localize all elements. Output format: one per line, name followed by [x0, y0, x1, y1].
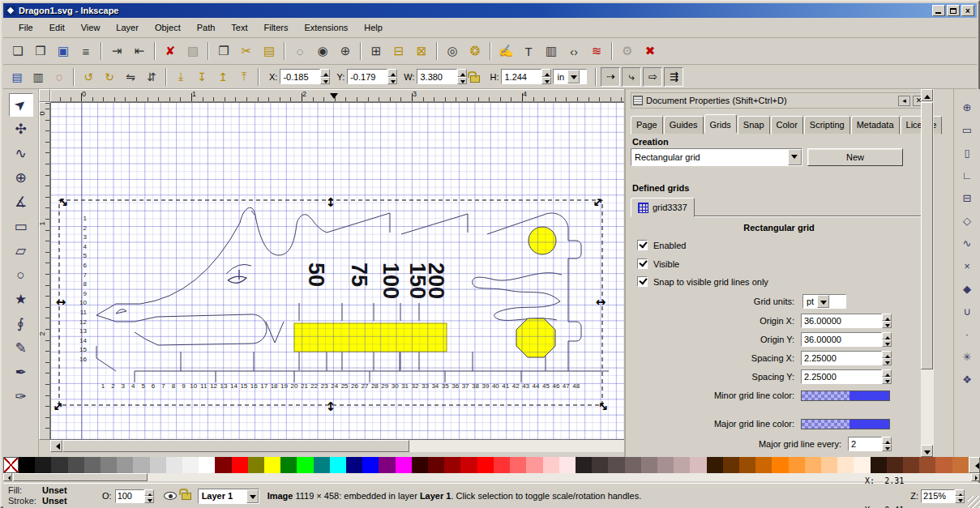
rotate-ccw-icon[interactable]: ↺	[79, 67, 98, 87]
panel-scroll-down[interactable]	[921, 445, 933, 457]
selector-tool[interactable]: ➤	[9, 93, 33, 117]
palette-swatch[interactable]	[805, 457, 821, 473]
palette-swatch[interactable]	[460, 457, 477, 473]
width-input[interactable]	[417, 69, 457, 84]
flip-horizontal-icon[interactable]: ⇋	[121, 67, 140, 87]
page-checker-icon[interactable]: ▨	[182, 41, 203, 62]
pencil-tool[interactable]: ✎	[9, 336, 33, 360]
snap-bbox-midpoint-icon[interactable]: ⊟	[957, 188, 977, 207]
star-tool[interactable]: ★	[9, 288, 33, 311]
palette-scroll-left-button[interactable]	[969, 457, 980, 473]
palette-swatch[interactable]	[494, 457, 510, 473]
palette-swatch[interactable]	[280, 457, 297, 473]
palette-swatch[interactable]	[346, 457, 362, 473]
tab-snap[interactable]: Snap	[738, 116, 770, 134]
snap-midpoint-icon[interactable]: ·	[957, 324, 977, 344]
palette-swatch[interactable]	[412, 457, 428, 473]
zoom-page-icon[interactable]: ⊕	[335, 41, 356, 62]
window-resize-grip[interactable]	[968, 496, 980, 508]
flip-vertical-icon[interactable]: ⇵	[142, 67, 161, 87]
palette-swatch[interactable]	[477, 457, 494, 473]
menu-path[interactable]: Path	[190, 20, 223, 35]
palette-swatch[interactable]	[215, 457, 231, 473]
calligraphy-tool[interactable]: ✑	[9, 385, 33, 408]
layer-visibility-eye-icon[interactable]	[164, 492, 177, 500]
palette-swatch[interactable]	[232, 457, 248, 473]
preferences-icon[interactable]: ⚙	[617, 41, 638, 62]
palette-swatch[interactable]	[592, 457, 608, 473]
tab-color[interactable]: Color	[771, 116, 803, 134]
spacing-y-field[interactable]	[801, 369, 882, 384]
duplicate-icon[interactable]: ⊞	[366, 41, 387, 62]
raise-to-top-icon[interactable]: ⤒	[234, 67, 254, 87]
y-input[interactable]	[347, 69, 387, 84]
palette-swatch[interactable]	[117, 457, 133, 473]
pen-tool[interactable]: ✒	[9, 361, 33, 384]
palette-swatch[interactable]	[707, 457, 723, 473]
palette-swatch[interactable]	[150, 457, 166, 473]
panel-header[interactable]: Document Properties (Shift+Ctrl+D) ◂ ✕	[631, 92, 927, 109]
palette-swatch[interactable]	[19, 457, 35, 473]
tab-guides[interactable]: Guides	[664, 116, 704, 134]
palette-swatch[interactable]	[526, 457, 542, 473]
tab-page[interactable]: Page	[631, 116, 663, 134]
palette-swatch[interactable]	[641, 457, 657, 473]
palette-swatch[interactable]	[428, 457, 444, 473]
palette-scrollbar[interactable]	[3, 473, 980, 481]
paste-icon[interactable]: ▤	[259, 41, 280, 62]
minimize-button[interactable]	[932, 5, 945, 16]
snap-enable-icon[interactable]: ⊕	[957, 97, 977, 117]
no-color-swatch[interactable]	[3, 457, 19, 473]
rotate-cw-icon[interactable]: ↻	[100, 67, 119, 87]
panel-collapse-button[interactable]: ◂	[898, 96, 910, 106]
palette-swatch[interactable]	[314, 457, 330, 473]
export-icon[interactable]: ⇤	[129, 41, 150, 62]
lock-ratio-icon[interactable]	[470, 75, 480, 83]
scroll-left-button[interactable]	[50, 440, 62, 452]
menu-filters[interactable]: Filters	[257, 20, 296, 35]
palette-swatch[interactable]	[674, 457, 690, 473]
palette-swatch[interactable]	[248, 457, 264, 473]
palette-swatch[interactable]	[101, 457, 117, 473]
palette-swatch[interactable]	[543, 457, 559, 473]
ruler-corner[interactable]	[39, 89, 50, 102]
menu-extensions[interactable]: Extensions	[297, 20, 355, 35]
palette-swatch[interactable]	[396, 457, 412, 473]
palette-swatch[interactable]	[297, 457, 313, 473]
palette-swatch[interactable]	[444, 457, 460, 473]
snap-rotation-center-icon[interactable]: ❖	[957, 369, 977, 389]
palette-swatch[interactable]	[510, 457, 526, 473]
x-spinner[interactable]	[320, 69, 330, 84]
visible-checkbox[interactable]: Visible	[637, 258, 679, 269]
new-document-icon[interactable]: ❏	[7, 41, 28, 62]
units-dropdown-arrow[interactable]	[567, 70, 580, 83]
menu-object[interactable]: Object	[148, 20, 188, 35]
layer-dropdown-arrow[interactable]	[246, 489, 259, 503]
menu-text[interactable]: Text	[224, 20, 255, 35]
snap-bbox-edge-icon[interactable]: ▯	[957, 143, 977, 162]
grid-units-dropdown-arrow[interactable]	[817, 295, 829, 308]
zoom-selection-icon[interactable]: ◌	[289, 41, 310, 62]
grid-type-dropdown-arrow[interactable]	[788, 149, 802, 165]
xml-editor-icon[interactable]: ‹›	[563, 41, 584, 62]
snap-smooth-node-icon[interactable]: ∪	[957, 301, 977, 321]
transform-stroke-toggle[interactable]: ⇢	[601, 67, 620, 87]
origin-y-field-spinner[interactable]	[882, 332, 892, 347]
spacing-y-field-spinner[interactable]	[882, 369, 892, 384]
save-document-icon[interactable]: ▣	[53, 41, 74, 62]
find-icon[interactable]: ◎	[442, 41, 463, 62]
palette-swatch[interactable]	[739, 457, 755, 473]
canvas-horizontal-scrollbar[interactable]	[50, 440, 636, 452]
palette-scrollbar-right[interactable]	[971, 473, 980, 481]
dragon-drawing[interactable]: 5075100150200123456789101112131415161234…	[51, 103, 636, 440]
snap-node-icon[interactable]: ◇	[957, 211, 977, 230]
open-document-icon[interactable]: ❒	[30, 41, 51, 62]
tweak-tool[interactable]: ∿	[9, 142, 33, 165]
menu-help[interactable]: Help	[357, 20, 390, 35]
palette-swatch[interactable]	[362, 457, 379, 473]
palette-swatch[interactable]	[821, 457, 837, 473]
palette-scrollbar-left[interactable]	[3, 473, 12, 481]
page-x-icon[interactable]: ✘	[160, 41, 181, 62]
cut-icon[interactable]: ✂	[236, 41, 257, 62]
tab-grids[interactable]: Grids	[704, 114, 737, 133]
